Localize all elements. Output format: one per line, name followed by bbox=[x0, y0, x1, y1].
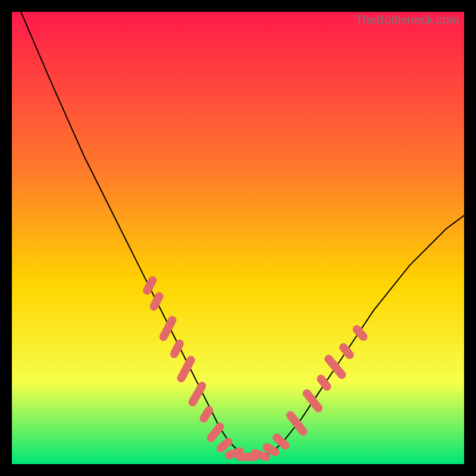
gradient-background bbox=[12, 12, 464, 464]
watermark-text: TheBottleneck.com bbox=[355, 13, 459, 27]
chart-svg bbox=[12, 12, 464, 464]
chart-frame: TheBottleneck.com bbox=[12, 12, 464, 464]
